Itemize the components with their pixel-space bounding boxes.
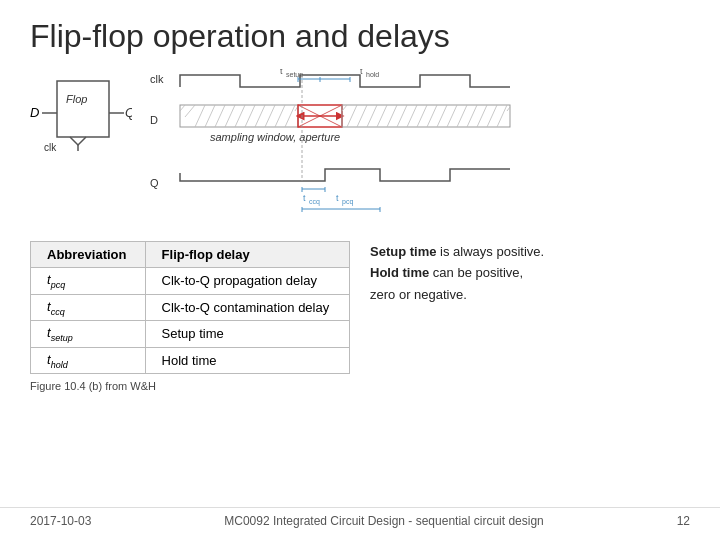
svg-line-30 <box>285 105 295 127</box>
svg-rect-36 <box>342 105 510 127</box>
content-area: D Flop clk Q clk t <box>0 65 720 233</box>
ff-diagram-svg: Flop clk Q <box>42 73 132 153</box>
svg-line-45 <box>417 105 427 127</box>
svg-text:t: t <box>303 193 306 203</box>
abbr-pcq: tpcq <box>31 268 146 295</box>
table-row: thold Hold time <box>31 347 350 374</box>
abbr-setup: tsetup <box>31 321 146 348</box>
footer-course: MC0092 Integrated Circuit Design - seque… <box>224 514 544 528</box>
setup-time-rest: is always positive. <box>436 244 544 259</box>
desc-ccq: Clk-to-Q contamination delay <box>145 294 349 321</box>
table-row: tpcq Clk-to-Q propagation delay <box>31 268 350 295</box>
svg-text:Q: Q <box>150 177 159 189</box>
hold-time-label: Hold time <box>370 265 429 280</box>
svg-line-52 <box>487 105 497 127</box>
timing-diagram: clk t setup t hold D <box>150 69 690 233</box>
page-title: Flip-flop operation and delays <box>0 0 720 65</box>
svg-line-43 <box>397 105 407 127</box>
timing-svg: clk t setup t hold D <box>150 69 520 229</box>
abbr-hold: thold <box>31 347 146 374</box>
svg-line-41 <box>377 105 387 127</box>
d-label: D <box>30 105 39 120</box>
desc-pcq: Clk-to-Q propagation delay <box>145 268 349 295</box>
table-row: tccq Clk-to-Q contamination delay <box>31 294 350 321</box>
col-header-abbr: Abbreviation <box>31 242 146 268</box>
svg-line-19 <box>180 105 185 111</box>
svg-line-25 <box>235 105 245 127</box>
svg-line-51 <box>477 105 487 127</box>
svg-line-21 <box>195 105 205 127</box>
svg-text:Q: Q <box>125 105 132 120</box>
svg-line-23 <box>215 105 225 127</box>
svg-line-48 <box>447 105 457 127</box>
svg-text:ccq: ccq <box>309 198 320 206</box>
svg-text:pcq: pcq <box>342 198 353 206</box>
svg-text:clk: clk <box>44 142 57 153</box>
svg-text:t: t <box>336 193 339 203</box>
svg-line-49 <box>457 105 467 127</box>
svg-text:hold: hold <box>366 71 379 78</box>
abbr-ccq: tccq <box>31 294 146 321</box>
svg-line-42 <box>387 105 397 127</box>
setup-time-label: Setup time <box>370 244 436 259</box>
col-header-desc: Flip-flop delay <box>145 242 349 268</box>
table-section: Abbreviation Flip-flop delay tpcq Clk-to… <box>30 241 690 374</box>
footer-date: 2017-10-03 <box>30 514 91 528</box>
footer: 2017-10-03 MC0092 Integrated Circuit Des… <box>0 507 720 528</box>
svg-line-53 <box>497 105 507 127</box>
svg-line-40 <box>367 105 377 127</box>
svg-line-39 <box>357 105 367 127</box>
svg-text:t: t <box>360 69 363 76</box>
delay-table: Abbreviation Flip-flop delay tpcq Clk-to… <box>30 241 350 374</box>
svg-text:clk: clk <box>150 73 164 85</box>
svg-text:setup: setup <box>286 71 303 79</box>
svg-text:t: t <box>280 69 283 76</box>
svg-line-24 <box>225 105 235 127</box>
svg-line-29 <box>275 105 285 127</box>
svg-line-44 <box>407 105 417 127</box>
figure-caption: Figure 10.4 (b) from W&H <box>30 380 690 392</box>
svg-line-22 <box>205 105 215 127</box>
table-row: tsetup Setup time <box>31 321 350 348</box>
svg-line-27 <box>255 105 265 127</box>
svg-text:Flop: Flop <box>66 93 87 105</box>
svg-line-28 <box>265 105 275 127</box>
svg-text:D: D <box>150 114 158 126</box>
ff-symbol: D Flop clk Q <box>30 73 130 153</box>
svg-rect-1 <box>57 81 109 137</box>
svg-line-20 <box>185 105 195 117</box>
desc-setup: Setup time <box>145 321 349 348</box>
desc-hold: Hold time <box>145 347 349 374</box>
svg-line-26 <box>245 105 255 127</box>
svg-line-50 <box>467 105 477 127</box>
footer-page: 12 <box>677 514 690 528</box>
svg-line-47 <box>437 105 447 127</box>
side-note: Setup time is always positive. Hold time… <box>370 241 550 305</box>
svg-text:sampling window, aperture: sampling window, aperture <box>210 131 340 143</box>
svg-line-38 <box>347 105 357 127</box>
svg-line-46 <box>427 105 437 127</box>
